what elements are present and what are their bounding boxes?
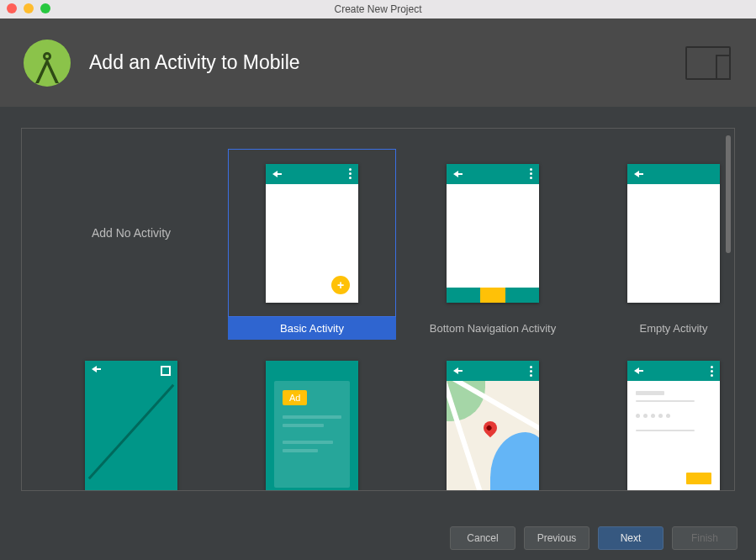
thumbnail-fullscreen [85,361,177,491]
wizard-footer: Cancel Previous Next Finish [0,516,756,560]
svg-point-1 [45,55,49,58]
map-pin-icon [481,419,500,438]
back-arrow-icon [453,171,458,177]
overflow-menu-icon [530,168,532,179]
previous-button[interactable]: Previous [524,526,589,550]
overflow-menu-icon [349,168,352,179]
overflow-menu-icon [530,366,532,377]
thumbnail-map [447,361,539,491]
template-panel: Add No Activity + Basic Activity [21,128,735,491]
overflow-menu-icon [711,366,713,377]
template-label: Basic Activity [228,317,396,340]
template-login-activity[interactable] [589,357,735,491]
finish-button[interactable]: Finish [672,526,737,550]
minimize-window-button[interactable] [24,3,34,13]
back-arrow-icon [453,367,458,374]
next-button[interactable]: Next [598,526,663,550]
close-window-button[interactable] [7,3,17,13]
template-fullscreen-activity[interactable] [47,357,215,491]
thumbnail-basic-activity: + [266,164,358,303]
template-label: Add No Activity [47,149,215,317]
back-arrow-icon [92,366,97,372]
android-studio-logo-icon [24,40,71,87]
thumbnail-empty-activity [627,164,720,303]
template-maps-activity[interactable] [409,357,577,491]
window-controls [7,3,50,13]
thumbnail-bottom-navigation [447,164,539,303]
template-add-no-activity[interactable]: Add No Activity [47,149,215,340]
fullscreen-icon [161,366,171,376]
thumbnail-login [627,361,720,491]
back-arrow-icon [272,171,278,177]
cancel-button[interactable]: Cancel [450,526,515,550]
page-title: Add an Activity to Mobile [89,51,300,74]
zoom-window-button[interactable] [40,3,50,13]
back-arrow-icon [634,367,639,374]
template-label: Bottom Navigation Activity [409,317,577,340]
ad-badge: Ad [283,390,307,405]
thumbnail-ad: Ad [266,361,358,491]
window-titlebar: Create New Project [0,0,756,18]
template-empty-activity[interactable]: Empty Activity [589,149,735,340]
scrollbar[interactable] [726,135,731,253]
template-admob-activity[interactable]: Ad [228,357,396,491]
template-bottom-navigation-activity[interactable]: Bottom Navigation Activity [409,149,577,340]
device-icon [685,46,731,80]
template-label: Empty Activity [589,317,735,340]
wizard-header: Add an Activity to Mobile [0,18,756,107]
window-title: Create New Project [334,3,421,15]
template-basic-activity[interactable]: + Basic Activity [228,149,396,340]
back-arrow-icon [634,171,639,177]
fab-icon: + [331,276,350,294]
